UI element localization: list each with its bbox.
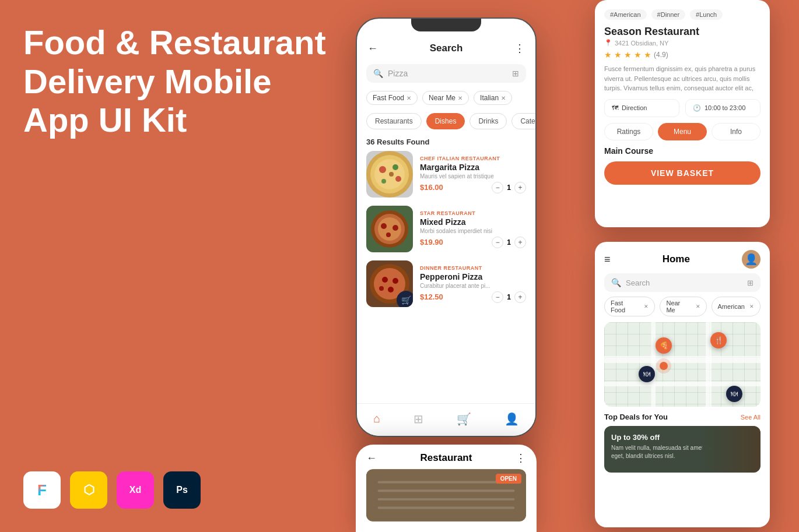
dish-image: 🛒 [366, 260, 413, 307]
home-tag-american[interactable]: American ✕ [712, 297, 761, 316]
restaurant-detail-phone: #American #Dinner #Lunch Season Restaura… [595, 0, 770, 227]
map-road [651, 322, 656, 407]
see-all-button[interactable]: See All [741, 414, 761, 421]
add-to-cart-button[interactable]: 🛒 [397, 291, 413, 307]
remove-tag-icon[interactable]: ✕ [696, 304, 700, 309]
increment-btn[interactable]: + [514, 182, 526, 193]
xd-icon: Xd [117, 471, 154, 509]
map-nav-icon[interactable]: ⊞ [413, 412, 423, 426]
tag-american: #American [604, 9, 647, 20]
home-search-input[interactable]: Search [626, 279, 650, 287]
deals-section: Top Deals for You See All Up to 30% off … [595, 413, 770, 473]
section-label: Main Course [604, 146, 761, 156]
cat-dishes[interactable]: Dishes [426, 113, 465, 129]
star-icon: ★ [604, 50, 612, 59]
quantity-control[interactable]: − 1 + [492, 291, 526, 303]
cart-nav-icon[interactable]: 🛒 [457, 412, 471, 426]
svg-rect-25 [378, 489, 515, 492]
main-title: Food & Restaurant Delivery Mobile App UI… [23, 23, 344, 140]
dish-info: DINNER RESTAURANT Pepperoni Pizza Curabi… [420, 265, 526, 303]
location-icon: 📍 [604, 39, 612, 47]
tab-menu[interactable]: Menu [658, 123, 707, 140]
dish-price-row: $16.00 − 1 + [420, 182, 526, 193]
dish-card[interactable]: STAR RESTAURANT Mixed Pizza Morbi sodale… [366, 206, 526, 252]
svg-point-5 [395, 176, 401, 182]
svg-rect-27 [378, 507, 515, 509]
tag-near-me[interactable]: Near Me ✕ [422, 91, 469, 105]
increment-btn[interactable]: + [514, 237, 526, 248]
remove-tag-icon[interactable]: ✕ [458, 95, 462, 101]
home-title: Home [663, 253, 690, 265]
map-area[interactable]: 🍕 🍽 🍴 🍽 [604, 322, 761, 407]
star-icon: ★ [644, 50, 651, 59]
map-pin-restaurant[interactable]: 🍽 [726, 386, 742, 402]
tab-info[interactable]: Info [712, 123, 761, 140]
remove-tag-icon[interactable]: ✕ [501, 95, 506, 101]
dish-card[interactable]: CHEF ITALIAN RESTAURANT Margarita Pizza … [366, 151, 526, 198]
restaurant-title: Restaurant [420, 452, 472, 464]
tag-italian[interactable]: Italian ✕ [474, 91, 512, 105]
svg-point-12 [381, 223, 387, 229]
dish-price-row: $19.90 − 1 + [420, 237, 526, 248]
tab-ratings[interactable]: Ratings [604, 123, 653, 140]
avatar[interactable]: 👤 [742, 250, 761, 269]
dish-price: $16.00 [420, 183, 443, 192]
decrement-btn[interactable]: − [492, 237, 503, 248]
filter-icon[interactable]: ⊞ [747, 279, 754, 287]
search-title: Search [430, 43, 463, 54]
quantity-control[interactable]: − 1 + [492, 237, 526, 248]
home-nav-icon[interactable]: ⌂ [373, 412, 380, 425]
cat-drinks[interactable]: Drinks [469, 113, 507, 129]
dish-description: Curabitur placerat ante pi... [420, 283, 526, 289]
remove-tag-icon[interactable]: ✕ [406, 95, 411, 101]
map-road [706, 322, 712, 407]
quantity-control[interactable]: − 1 + [492, 182, 526, 193]
remove-tag-icon[interactable]: ✕ [749, 304, 754, 309]
dish-card[interactable]: 🛒 DINNER RESTAURANT Pepperoni Pizza Cura… [366, 260, 526, 307]
quantity-display: 1 [507, 184, 511, 192]
menu-icon[interactable]: ≡ [604, 253, 611, 266]
svg-point-20 [388, 287, 394, 293]
detail-tabs: Ratings Menu Info [604, 123, 761, 140]
more-options-icon[interactable]: ⋮ [516, 452, 526, 464]
restaurant-image: OPEN [366, 469, 526, 522]
search-input[interactable]: Pizza [388, 69, 507, 78]
decrement-btn[interactable]: − [492, 182, 503, 193]
bottom-nav: ⌂ ⊞ 🛒 👤 [357, 403, 535, 436]
cat-restaurants[interactable]: Restaurants [366, 113, 422, 129]
more-options-icon[interactable]: ⋮ [514, 42, 525, 55]
rating-number: (4.9) [654, 51, 668, 59]
back-arrow-icon[interactable]: ← [367, 43, 378, 55]
dish-name: Mixed Pizza [420, 217, 526, 227]
figma-icon: F [23, 471, 61, 509]
search-phone: ← Search ⋮ 🔍 Pizza ⊞ Fast Food ✕ Near Me… [356, 17, 537, 437]
dish-list: CHEF ITALIAN RESTAURANT Margarita Pizza … [357, 151, 535, 307]
profile-nav-icon[interactable]: 👤 [504, 412, 519, 426]
dish-description: Morbi sodales imperdiet nisi [420, 228, 526, 234]
back-arrow-icon[interactable]: ← [366, 452, 377, 464]
svg-point-13 [393, 225, 398, 231]
direction-box[interactable]: 🗺 Direction [604, 99, 679, 117]
increment-btn[interactable]: + [514, 291, 526, 303]
filter-icon[interactable]: ⊞ [512, 69, 519, 78]
deals-header: Top Deals for You See All [604, 413, 761, 421]
view-basket-button[interactable]: VIEW BASKET [604, 161, 761, 185]
sketch-icon: ⬡ [70, 471, 107, 509]
remove-tag-icon[interactable]: ✕ [644, 304, 649, 309]
quantity-display: 1 [507, 293, 511, 301]
left-section: Food & Restaurant Delivery Mobile App UI… [23, 23, 344, 140]
tag-fast-food[interactable]: Fast Food ✕ [366, 91, 418, 105]
restaurant-tags: #American #Dinner #Lunch [604, 9, 761, 20]
dish-price-row: $12.50 − 1 + [420, 291, 526, 303]
cat-category[interactable]: Catego... [511, 113, 535, 129]
search-bar[interactable]: 🔍 Pizza ⊞ [366, 64, 526, 83]
deal-description: Nam velit nulla, malesuada sit amet mi e… [611, 444, 716, 460]
home-tag-fast-food[interactable]: Fast Food ✕ [604, 297, 655, 316]
dish-info: STAR RESTAURANT Mixed Pizza Morbi sodale… [420, 210, 526, 248]
svg-point-14 [386, 232, 391, 237]
decrement-btn[interactable]: − [492, 291, 503, 303]
home-search-bar[interactable]: 🔍 Search ⊞ [604, 273, 761, 292]
search-header: ← Search ⋮ [357, 36, 535, 61]
deal-card[interactable]: Up to 30% off Nam velit nulla, malesuada… [604, 426, 761, 473]
home-tag-near-me[interactable]: Near Me ✕ [660, 297, 706, 316]
